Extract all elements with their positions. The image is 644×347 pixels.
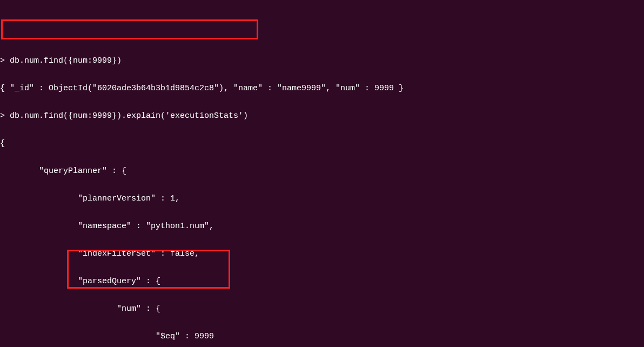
terminal-line: "namespace" : "python1.num", [0, 222, 644, 231]
terminal-line: { "_id" : ObjectId("6020ade3b64b3b1d9854… [0, 84, 644, 93]
terminal-line: "parsedQuery" : { [0, 277, 644, 286]
terminal-line: "indexFilterSet" : false, [0, 249, 644, 258]
terminal-line: { [0, 139, 644, 148]
highlight-annotation-command [1, 19, 258, 39]
terminal-line: "plannerVersion" : 1, [0, 194, 644, 203]
terminal-line: "num" : { [0, 304, 644, 313]
terminal-window[interactable]: > db.num.find({num:9999}) { "_id" : Obje… [0, 38, 644, 347]
terminal-line: "queryPlanner" : { [0, 166, 644, 176]
terminal-line: "$eq" : 9999 [0, 332, 644, 341]
terminal-line: > db.num.find({num:9999}).explain('execu… [0, 111, 644, 121]
terminal-line: > db.num.find({num:9999}) [0, 56, 644, 65]
